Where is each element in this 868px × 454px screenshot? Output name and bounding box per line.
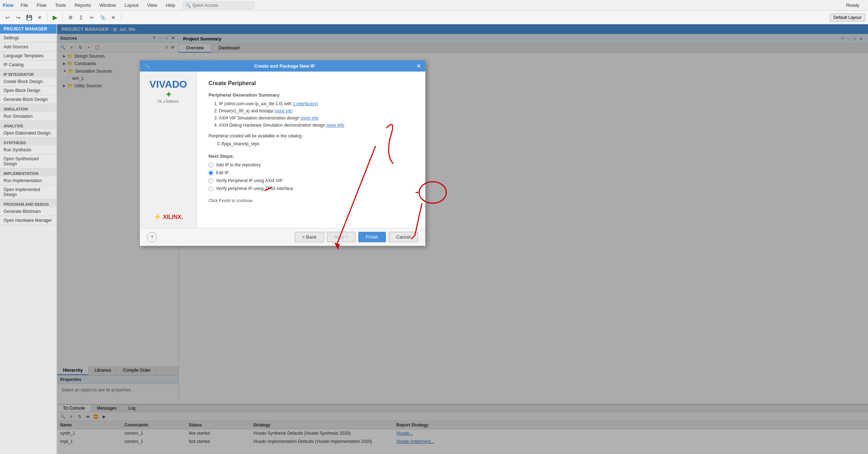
sidebar-section-program-debug: PROGRAM AND DEBUG xyxy=(0,199,57,207)
sidebar-item-create-block-design[interactable]: Create Block Design xyxy=(0,77,57,86)
sidebar-item-open-block-design[interactable]: Open Block Design xyxy=(0,86,57,95)
interfaces-link[interactable]: 1 interface(s) xyxy=(293,101,318,106)
sidebar-header: PROJECT MANAGER xyxy=(0,24,57,34)
quick-access-bar[interactable]: 🔍 Quick Access xyxy=(182,2,254,9)
vivado-logo-icon: ✦ xyxy=(149,90,187,99)
verify-axi4-radio[interactable] xyxy=(209,179,213,183)
vivado-logo: VIVADO ✦ HL x Editions xyxy=(149,79,187,103)
menu-help[interactable]: Help xyxy=(164,2,177,9)
sidebar-item-generate-bitstream[interactable]: Generate Bitstream xyxy=(0,207,57,216)
ready-status: Ready xyxy=(846,3,865,8)
back-button[interactable]: < Back xyxy=(295,232,324,242)
remove-button[interactable]: ✕ xyxy=(109,13,118,22)
sidebar-section-simulation: SIMULATION xyxy=(0,104,57,112)
xilinx-icon: ⚡ xyxy=(153,213,161,220)
dialog-title-text: Create and Package New IP xyxy=(254,63,315,69)
sidebar: PROJECT MANAGER Settings Add Sources Lan… xyxy=(0,24,57,454)
footer-buttons: < Back Next > Finish Cancel xyxy=(295,232,418,242)
cut-button[interactable]: ✂ xyxy=(87,13,97,22)
edit-ip-label: Edit IP xyxy=(216,170,229,175)
menu-flow[interactable]: Flow xyxy=(35,2,48,9)
run-button[interactable]: ▶ xyxy=(50,13,60,22)
vip-more-info-link[interactable]: more info xyxy=(301,116,319,121)
sidebar-item-run-simulation[interactable]: Run Simulation xyxy=(0,112,57,121)
sidebar-section-ip-integrator: IP INTEGRATOR xyxy=(0,69,57,77)
sidebar-section-synthesis: SYNTHESIS xyxy=(0,138,57,146)
catalog-section: Peripheral created will be available in … xyxy=(209,133,414,146)
menu-tools[interactable]: Tools xyxy=(54,2,67,9)
menu-window[interactable]: Window xyxy=(98,2,117,9)
sidebar-item-language-templates[interactable]: Language Templates xyxy=(0,52,57,60)
next-steps-title: Next Steps: xyxy=(209,153,414,159)
redo-button[interactable]: ↪ xyxy=(14,13,23,22)
xilinx-text: XILINX. xyxy=(163,214,183,220)
settings-button[interactable]: ⚙ xyxy=(66,13,75,22)
create-ip-dialog: 🔧 Create and Package New IP ✕ VIVADO ✦ H… xyxy=(139,60,426,246)
cancel-button[interactable]: Cancel xyxy=(389,232,418,242)
sidebar-item-add-sources[interactable]: Add Sources xyxy=(0,43,57,52)
finish-button[interactable]: Finish xyxy=(358,232,386,242)
summary-item-3: 3. AXI4 VIP Simulation demonstration des… xyxy=(214,116,414,121)
menu-file[interactable]: File xyxy=(19,2,30,9)
debug-more-info-link[interactable]: more info xyxy=(327,123,344,128)
sidebar-item-open-hardware-manager[interactable]: Open Hardware Manager xyxy=(0,216,57,225)
sidebar-item-open-implemented-design[interactable]: Open Implemented Design xyxy=(0,185,57,199)
menu-reports[interactable]: Reports xyxy=(73,2,92,9)
dialog-close-button[interactable]: ✕ xyxy=(416,63,421,69)
verify-jtag-label: Verify peripheral IP using JTAG interfac… xyxy=(216,186,293,191)
sidebar-item-ip-catalog[interactable]: IP Catalog xyxy=(0,60,57,69)
summary-item-4: 4. AXI4 Debug Hardware Simulation demons… xyxy=(214,123,414,128)
radio-option-verify-jtag: Verify peripheral IP using JTAG interfac… xyxy=(209,186,414,191)
add-ip-label: Add IP to the repository xyxy=(216,162,261,167)
dialog-footer: ? < Back Next > Finish Cancel xyxy=(140,228,425,246)
undo-button[interactable]: ↩ xyxy=(3,13,12,22)
sidebar-item-generate-block-design[interactable]: Generate Block Design xyxy=(0,95,57,104)
sidebar-item-open-synthesized-design[interactable]: Open Synthesized Design xyxy=(0,155,57,169)
dialog-right-panel: Create Peripheral Peripheral Generation … xyxy=(197,72,425,228)
separator-1 xyxy=(47,14,48,21)
vivado-logo-text: VIVADO xyxy=(149,79,187,90)
summary-item-1: 1. IP (xilinx.com:user:ip_axi_lite:1.0) … xyxy=(214,101,414,106)
sidebar-item-run-implementation[interactable]: Run Implementation xyxy=(0,176,57,185)
search-icon: 🔍 xyxy=(186,3,191,8)
help-button[interactable]: ? xyxy=(147,232,157,242)
toolbar: ↩ ↪ 💾 ✕ ▶ ⚙ Σ ✂ 📎 ✕ Default Layout xyxy=(0,11,868,24)
sidebar-section-analysis: ANALYSIS xyxy=(0,121,57,129)
radio-option-add-ip: Add IP to the repository xyxy=(209,162,414,167)
separator-2 xyxy=(63,14,63,21)
menu-bar: Flow File Flow Tools Reports Window Layo… xyxy=(0,0,868,11)
dialog-section-title: Create Peripheral xyxy=(209,80,414,87)
verify-jtag-radio[interactable] xyxy=(209,186,213,191)
menu-layout[interactable]: Layout xyxy=(123,2,140,9)
sigma-button[interactable]: Σ xyxy=(77,13,86,22)
sidebar-item-run-synthesis[interactable]: Run Synthesis xyxy=(0,146,57,155)
driver-more-info-link[interactable]: more info xyxy=(275,108,293,113)
save-button[interactable]: 💾 xyxy=(24,13,34,22)
sidebar-item-open-elaborated-design[interactable]: Open Elaborated Design xyxy=(0,129,57,138)
content-area: PROJECT MANAGER - ip_axi_lite Sources ? … xyxy=(57,24,868,454)
radio-option-verify-axi4: Verify Peripheral IP using AXI4 VIP xyxy=(209,178,414,183)
catalog-label: Peripheral created will be available in … xyxy=(209,133,414,138)
main-layout: PROJECT MANAGER Settings Add Sources Lan… xyxy=(0,24,868,454)
add-ip-radio[interactable] xyxy=(209,163,213,167)
quick-access-label: Quick Access xyxy=(192,3,218,8)
next-button[interactable]: Next > xyxy=(327,232,355,242)
link-button[interactable]: 📎 xyxy=(98,13,107,22)
dialog-subtitle: Peripheral Generation Summary xyxy=(209,92,414,98)
dialog-title-icon: 🔧 xyxy=(144,63,150,69)
separator-3 xyxy=(121,14,121,21)
menu-view[interactable]: View xyxy=(146,2,158,9)
sidebar-title: PROJECT MANAGER xyxy=(4,26,47,31)
close-button[interactable]: ✕ xyxy=(35,13,44,22)
dialog-title-bar: 🔧 Create and Package New IP ✕ xyxy=(140,60,425,72)
summary-item-2: 2. Driver(v1_00_a) and testapp more info xyxy=(214,108,414,113)
sidebar-item-settings[interactable]: Settings xyxy=(0,34,57,43)
summary-items: 1. IP (xilinx.com:user:ip_axi_lite:1.0) … xyxy=(209,101,414,128)
default-layout-button[interactable]: Default Layout xyxy=(830,14,865,21)
vivado-hl-editions-label: HL x Editions xyxy=(149,99,187,103)
edit-ip-radio[interactable] xyxy=(209,171,213,175)
radio-option-edit-ip: Edit IP xyxy=(209,170,414,175)
sidebar-section-implementation: IMPLEMENTATION xyxy=(0,169,57,176)
xilinx-logo: ⚡ XILINX. xyxy=(153,213,183,221)
radio-options: Add IP to the repository Edit IP Verify … xyxy=(209,162,414,191)
